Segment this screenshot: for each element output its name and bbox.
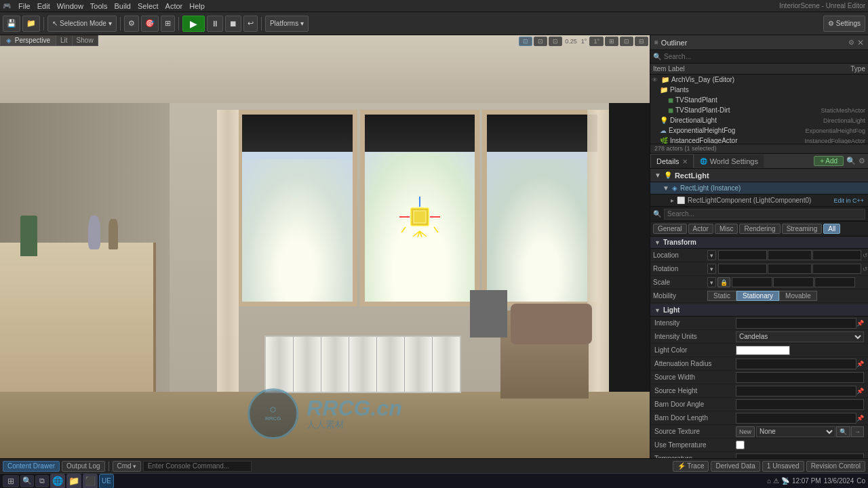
attenuation-input[interactable]: 1000.0 (736, 359, 856, 369)
source-height-input[interactable]: 150.0 (736, 386, 856, 396)
barn-door-length-input[interactable]: 0.0 (736, 413, 856, 424)
edit-cpp-link[interactable]: Edit in C++ (833, 197, 864, 204)
light-section-header[interactable]: ▼ Light (650, 304, 868, 317)
console-input[interactable] (143, 461, 252, 472)
vp-ctrl-btn-7[interactable]: ⊡ (620, 37, 633, 46)
vp-ctrl-btn-3[interactable]: ⊡ (549, 37, 562, 46)
list-item[interactable]: ◼ TVStandPlant (650, 95, 868, 105)
scale-x[interactable]: 1.0 (732, 277, 772, 287)
output-log-button[interactable]: Output Log (62, 461, 104, 472)
source-texture-select[interactable]: None (756, 426, 835, 437)
intensity-units-select[interactable]: Candelas (736, 331, 864, 342)
transform-section-header[interactable]: ▼ Transform (650, 237, 868, 249)
open-button[interactable]: 📁 (22, 16, 40, 32)
light-gizmo[interactable] (396, 193, 443, 242)
light-color-swatch[interactable] (736, 346, 790, 355)
rotation-x[interactable]: 0.0° (718, 264, 767, 274)
add-component-button[interactable]: + Add (814, 156, 844, 166)
details-search-input[interactable] (664, 209, 865, 220)
menu-build[interactable]: Build (111, 2, 134, 10)
list-item[interactable]: ◼ TVStandPlant-Dirt StaticMeshActor (650, 105, 868, 115)
source-width-input[interactable]: 200.0 (736, 372, 864, 383)
location-x[interactable]: -574.238772 (718, 250, 767, 260)
explorer-icon[interactable]: 📁 (66, 474, 81, 489)
instance-row[interactable]: ▼ ◈ RectLight (Instance) (650, 182, 868, 195)
menu-file[interactable]: File (15, 2, 34, 10)
tab-rendering[interactable]: Rendering (739, 224, 780, 234)
launch-button[interactable]: ↩ (243, 16, 258, 32)
content-drawer-button[interactable]: Content Drawer (3, 461, 60, 472)
tray-icons[interactable]: ⌂ ⚠ 📡 (767, 477, 789, 485)
tab-all[interactable]: All (823, 224, 840, 234)
unreal-icon[interactable]: UE (99, 474, 114, 489)
details-tab-active[interactable]: Details ✕ (650, 154, 694, 168)
cmd-button[interactable]: Cmd ▾ (113, 461, 141, 472)
location-y[interactable]: 29.781266 (768, 250, 812, 260)
vp-ctrl-btn-5[interactable]: 1° (589, 37, 604, 46)
rotation-y[interactable]: 0.0° (768, 264, 812, 274)
snap-button[interactable]: ⊞ (161, 16, 175, 32)
tab-streaming[interactable]: Streaming (782, 224, 823, 234)
terminal-icon[interactable]: ⬛ (83, 474, 98, 489)
stationary-button[interactable]: Stationary (736, 291, 779, 301)
static-button[interactable]: Static (707, 291, 736, 301)
component-sub-row[interactable]: ▸ ⬜ RectLightComponent (LightComponent0)… (650, 195, 868, 207)
scale-dropdown[interactable]: ▾ (707, 277, 716, 287)
details-options-button[interactable]: ⚙ (859, 157, 865, 165)
menu-tools[interactable]: Tools (87, 2, 111, 10)
derived-data-button[interactable]: Derived Data (711, 461, 760, 472)
scale-y[interactable]: 1.0 (773, 277, 814, 287)
source-texture-new-button[interactable]: New (736, 426, 755, 437)
play-button[interactable]: ▶ (182, 16, 205, 32)
use-temp-checkbox[interactable] (736, 441, 745, 449)
platforms-button[interactable]: Platforms ▾ (265, 16, 309, 32)
rotation-z[interactable]: 0.0° (812, 264, 861, 274)
pause-button[interactable]: ⏸ (207, 16, 223, 32)
vp-ctrl-btn-2[interactable]: ⊡ (534, 37, 547, 46)
outliner-close-button[interactable]: ✕ (857, 38, 864, 47)
rotation-dropdown[interactable]: ▾ (707, 264, 716, 274)
source-texture-browse-button[interactable]: 🔍 (836, 426, 850, 437)
trace-button[interactable]: ⚡ Trace (673, 461, 709, 472)
outliner-search-input[interactable] (664, 53, 865, 60)
modes-button[interactable]: ⚙ (124, 16, 139, 32)
show-tab[interactable]: Show (73, 35, 98, 46)
modes2-button[interactable]: 🎯 (141, 16, 159, 32)
rotation-reset-button[interactable]: ↺ (863, 266, 868, 272)
vp-ctrl-btn-8[interactable]: ⊟ (635, 37, 648, 46)
list-item[interactable]: 🌿 InstancedFoliageActor InstancedFoliage… (650, 136, 868, 144)
list-item[interactable]: 📁 Plants (650, 85, 868, 95)
settings-button[interactable]: ⚙ Settings (823, 16, 865, 32)
search-details-button[interactable]: 🔍 (846, 157, 856, 165)
scale-lock-button[interactable]: 🔒 (717, 277, 730, 287)
menu-select[interactable]: Select (134, 2, 162, 10)
location-reset-button[interactable]: ↺ (863, 252, 868, 259)
outliner-settings-icon[interactable]: ⚙ (848, 39, 854, 46)
stop-button[interactable]: ⏹ (225, 16, 241, 32)
barn-door-pin-button[interactable]: 📌 (856, 415, 864, 422)
search-taskbar-button[interactable]: 🔍 (20, 475, 34, 487)
list-item[interactable]: ☁ ExponentialHeightFog ExponentialHeight… (650, 125, 868, 136)
world-settings-tab[interactable]: 🌐 World Settings (694, 154, 764, 168)
menu-actor[interactable]: Actor (162, 2, 186, 10)
attenuation-pin-button[interactable]: 📌 (856, 361, 864, 367)
movable-button[interactable]: Movable (779, 291, 817, 301)
start-button[interactable]: ⊞ (3, 475, 19, 487)
details-close-button[interactable]: ✕ (682, 158, 688, 165)
taskview-button[interactable]: ⧉ (35, 475, 49, 487)
vp-ctrl-btn-1[interactable]: ⊡ (519, 37, 532, 46)
lit-tab[interactable]: Lit (56, 35, 73, 46)
intensity-pin-button[interactable]: 📌 (856, 320, 864, 327)
tab-actor[interactable]: Actor (688, 224, 713, 234)
scale-z[interactable]: 1.0 (814, 277, 855, 287)
revision-control-button[interactable]: Revision Control (806, 461, 865, 472)
source-texture-arrow-button[interactable]: → (851, 426, 864, 437)
barn-door-angle-input[interactable]: 88.0 (736, 399, 864, 410)
menu-edit[interactable]: Edit (34, 2, 54, 10)
chrome-icon[interactable]: 🌐 (50, 474, 65, 489)
perspective-tab[interactable]: ◈ Perspective (0, 35, 56, 46)
list-item[interactable]: 👁 📁 ArchVis_Day (Editor) (650, 75, 868, 85)
save-button[interactable]: 💾 (3, 16, 20, 32)
selection-mode-button[interactable]: ↖ Selection Mode ▾ (47, 16, 117, 32)
list-item[interactable]: 💡 DirectionalLight DirectionalLight (650, 115, 868, 125)
